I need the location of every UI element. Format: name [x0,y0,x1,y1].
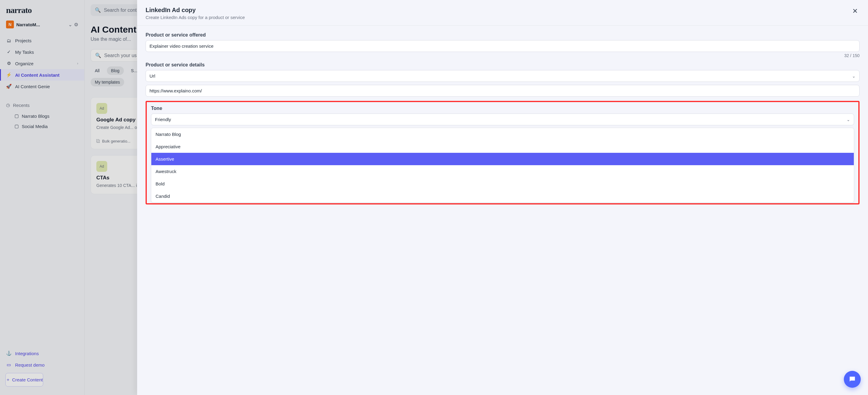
modal-linkedin-ad-copy: LinkedIn Ad copy Create LinkedIn Ads cop… [137,0,868,395]
modal-header: LinkedIn Ad copy Create LinkedIn Ads cop… [137,0,868,25]
product-offered-input[interactable] [146,40,860,52]
field-product-offered: Product or service offered 32 / 150 [146,32,860,58]
nav-label: My Tasks [15,50,34,55]
workspace-switcher[interactable]: N NarratoM... ⌄ ⚙ [0,18,84,33]
nav-item-organize[interactable]: ⚙ Organize › [0,58,84,69]
ad-icon: Ad [96,161,107,172]
char-counter: 32 / 150 [146,53,860,58]
rocket-icon: 🚀 [6,84,11,89]
search-placeholder: Search for cont... [104,7,141,13]
nav-separator [0,94,84,99]
tone-dropdown: Narrato Blog Appreciative Assertive Awes… [151,128,854,203]
chip-all[interactable]: All [91,66,104,75]
select-value: Friendly [155,117,171,122]
workspace-badge: N [6,21,14,28]
brand-logo: narrato [0,0,84,18]
chevron-right-icon: › [77,61,78,65]
nav-label: Projects [15,38,31,43]
create-content-label: Create Content [12,377,43,382]
tone-option-appreciative[interactable]: Appreciative [151,141,854,153]
tone-select[interactable]: Friendly ⌄ [151,114,854,125]
create-content-button[interactable]: ＋ Create Content [5,373,43,387]
tone-option-assertive[interactable]: Assertive [151,153,854,165]
tone-option-narrato-blog[interactable]: Narrato Blog [151,128,854,141]
details-type-select[interactable]: Url ⌄ [146,70,860,82]
recents-list: ▢ Narrato Blogs ▢ Social Media [0,111,84,131]
modal-body: Product or service offered 32 / 150 Prod… [137,26,868,395]
recent-label: Narrato Blogs [22,114,50,119]
check-icon: ✓ [6,49,11,55]
bulk-label: Bulk generatio... [102,139,130,144]
field-product-details: Product or service details Url ⌄ [146,62,860,97]
nav-item-my-tasks[interactable]: ✓ My Tasks [0,46,84,58]
tone-option-candid[interactable]: Candid [151,190,854,202]
workspace-name: NarratoM... [16,22,66,27]
plus-icon: ＋ [6,377,10,383]
recent-item[interactable]: ▢ Social Media [0,121,84,131]
ad-icon: Ad [96,103,107,114]
bolt-icon: ⚡ [6,72,11,78]
nav-label: AI Content Genie [15,84,50,89]
cube-icon: ▢ [14,123,19,129]
search-placeholder: Search your us... [104,53,141,58]
nav-primary: 🗂 Projects ✓ My Tasks ⚙ Organize › ⚡ AI … [0,33,84,94]
search-icon: 🔍 [95,53,101,58]
nav-item-projects[interactable]: 🗂 Projects [0,35,84,46]
modal-subtitle: Create LinkedIn Ads copy for a product o… [146,15,850,20]
nav-item-ai-content-genie[interactable]: 🚀 AI Content Genie [0,81,84,92]
monitor-icon: ▭ [6,362,11,367]
field-label: Product or service offered [146,32,860,38]
nav-label: Request demo [15,362,45,367]
field-label: Product or service details [146,62,860,68]
cube-icon: ▢ [14,113,19,119]
recent-item[interactable]: ▢ Narrato Blogs [0,111,84,121]
field-label: Tone [151,106,854,111]
chevron-down-icon: ⌄ [846,117,850,122]
briefcase-icon: 🗂 [6,38,11,43]
nav-item-request-demo[interactable]: ▭ Request demo [0,359,84,370]
anchor-icon: ⚓ [6,351,11,356]
chevron-down-icon: ⌄ [852,74,856,79]
copy-icon: ⿻ [96,139,100,144]
close-icon[interactable]: ✕ [850,7,860,16]
tone-option-awestruck[interactable]: Awestruck [151,165,854,178]
gear-icon: ⚙ [6,61,11,66]
chip-blog[interactable]: Blog [107,66,124,75]
svg-text:narrato: narrato [6,5,32,15]
intercom-chat-button[interactable] [844,371,861,388]
sidebar: narrato N NarratoM... ⌄ ⚙ 🗂 Projects ✓ M… [0,0,85,395]
clock-icon: ◷ [6,102,10,108]
select-value: Url [150,73,155,79]
tone-option-bold[interactable]: Bold [151,178,854,190]
nav-label: Organize [15,61,33,66]
nav-item-ai-content-assistant[interactable]: ⚡ AI Content Assistant [0,69,84,81]
recent-label: Social Media [22,124,48,129]
modal-title: LinkedIn Ad copy [146,7,850,13]
bottom-links: ⚓ Integrations ▭ Request demo ＋ Create C… [0,344,84,395]
chevron-down-icon[interactable]: ⌄ [68,22,72,28]
details-url-input[interactable] [146,85,860,97]
chip-my-templates[interactable]: My templates [91,78,124,86]
tone-section-highlighted: Tone Friendly ⌄ Narrato Blog Appreciativ… [146,101,860,205]
nav-label: AI Content Assistant [15,72,60,78]
nav-label: Integrations [15,351,39,356]
nav-item-integrations[interactable]: ⚓ Integrations [0,347,84,359]
recents-header: ◷ Recents [0,99,84,111]
search-icon: 🔍 [95,7,101,13]
gear-icon[interactable]: ⚙ [74,22,78,28]
recents-label: Recents [13,103,30,108]
